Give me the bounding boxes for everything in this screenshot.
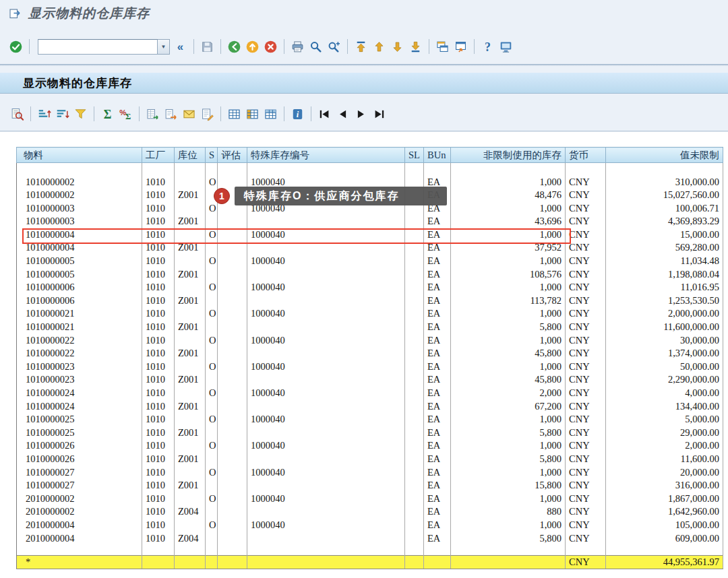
cell-plant[interactable]: 1010 <box>142 479 175 492</box>
cell-unrestricted_stock[interactable]: 48,476 <box>451 189 566 202</box>
cell-value_unrestricted[interactable]: 50,000.00 <box>606 360 723 374</box>
cell-sl[interactable] <box>405 347 424 360</box>
cell-storage_location[interactable]: Z001 <box>175 268 206 282</box>
cell-currency[interactable]: CNY <box>566 413 606 426</box>
cell-currency[interactable]: CNY <box>566 268 606 282</box>
sort-descending-icon[interactable] <box>53 106 71 123</box>
next-page-icon[interactable] <box>388 38 406 55</box>
total-cell-value_unrestricted[interactable]: 44,955,361.97 <box>606 555 723 569</box>
cell-material[interactable]: 1010000022 <box>17 347 142 360</box>
cell-storage_location[interactable] <box>175 202 206 216</box>
cell-unrestricted_stock[interactable]: 113,782 <box>451 294 566 308</box>
cell-special_stock_number[interactable]: 1000040 <box>247 439 405 453</box>
cell-unrestricted_stock[interactable]: 67,200 <box>451 400 566 414</box>
cell-special_stock_indicator[interactable] <box>206 321 218 334</box>
cell-base_unit[interactable]: EA <box>424 268 451 282</box>
cell-value_unrestricted[interactable]: 11,034.48 <box>606 255 723 268</box>
cell-plant[interactable]: 1010 <box>142 281 175 294</box>
cell-currency[interactable]: CNY <box>566 360 606 374</box>
cell-sl[interactable] <box>405 439 424 453</box>
cell-value_unrestricted[interactable]: 4,369,893.29 <box>606 215 723 228</box>
cell-special_stock_number[interactable] <box>247 373 405 387</box>
cell-sl[interactable] <box>405 373 424 387</box>
column-header-sl[interactable]: SL <box>405 148 424 163</box>
cell-value_unrestricted[interactable]: 1,374,000.00 <box>606 347 723 360</box>
cell-base_unit[interactable]: EA <box>424 294 451 308</box>
cell-storage_location[interactable] <box>175 281 206 294</box>
cell-unrestricted_stock[interactable]: 1,000 <box>451 519 566 532</box>
cell-valuation[interactable] <box>218 228 247 242</box>
nav-first-icon[interactable] <box>315 106 334 123</box>
cell-plant[interactable]: 1010 <box>142 505 175 519</box>
total-cell-sl[interactable] <box>405 555 424 569</box>
cell-unrestricted_stock[interactable]: 1,000 <box>451 413 566 426</box>
cell-currency[interactable]: CNY <box>566 176 606 189</box>
cell-valuation[interactable] <box>218 532 247 546</box>
cell-unrestricted_stock[interactable]: 2,000 <box>451 387 566 400</box>
cell-base_unit[interactable]: EA <box>424 228 451 242</box>
cell-currency[interactable]: CNY <box>566 439 606 453</box>
cell-value_unrestricted[interactable]: 310,000.00 <box>606 176 723 189</box>
cell-currency[interactable]: CNY <box>566 228 606 242</box>
cell-sl[interactable] <box>405 492 424 506</box>
cell-material[interactable]: 1010000025 <box>17 413 142 426</box>
cell-currency[interactable]: CNY <box>566 453 606 466</box>
cell-special_stock_number[interactable] <box>247 426 405 440</box>
cell-currency[interactable]: CNY <box>566 334 606 348</box>
cell-unrestricted_stock[interactable]: 1,000 <box>451 439 566 453</box>
enter-icon[interactable] <box>7 38 25 55</box>
cell-base_unit[interactable]: EA <box>424 215 451 228</box>
total-cell-currency[interactable]: CNY <box>566 555 606 569</box>
cell-material[interactable]: 2010000002 <box>17 492 142 506</box>
cell-sl[interactable] <box>405 228 424 242</box>
cell-special_stock_indicator[interactable] <box>206 453 218 466</box>
cell-base_unit[interactable]: EA <box>424 321 451 334</box>
first-page-icon[interactable] <box>352 38 370 55</box>
cell-sl[interactable] <box>405 479 424 492</box>
column-header-value_unrestricted[interactable]: 值未限制 <box>606 148 723 163</box>
cell-plant[interactable]: 1010 <box>142 426 175 440</box>
cell-storage_location[interactable] <box>175 307 206 321</box>
cell-base_unit[interactable]: EA <box>424 281 451 294</box>
cell-storage_location[interactable] <box>175 439 206 453</box>
cell-value_unrestricted[interactable]: 134,400.00 <box>606 400 723 414</box>
cell-special_stock_number[interactable] <box>247 294 405 308</box>
cell-storage_location[interactable]: Z001 <box>175 426 206 440</box>
cell-plant[interactable]: 1010 <box>142 176 175 189</box>
cell-currency[interactable]: CNY <box>566 189 606 202</box>
column-header-unrestricted_stock[interactable]: 非限制使用的库存 <box>451 148 566 163</box>
cell-special_stock_number[interactable] <box>247 189 405 202</box>
cell-plant[interactable]: 1010 <box>142 268 175 282</box>
cell-plant[interactable]: 1010 <box>142 228 175 242</box>
cell-material[interactable]: 1010000005 <box>17 268 142 282</box>
cell-valuation[interactable] <box>218 321 247 334</box>
cell-valuation[interactable] <box>218 492 247 506</box>
cell-special_stock_indicator[interactable]: O <box>206 228 218 242</box>
cell-plant[interactable]: 1010 <box>142 215 175 228</box>
total-cell-material[interactable]: * <box>17 555 142 569</box>
cell-unrestricted_stock[interactable]: 5,800 <box>451 532 566 546</box>
cell-value_unrestricted[interactable]: 5,000.00 <box>606 413 723 426</box>
total-cell-unrestricted_stock[interactable] <box>451 555 566 569</box>
cell-currency[interactable]: CNY <box>566 479 606 492</box>
cell-sl[interactable] <box>405 360 424 374</box>
cell-unrestricted_stock[interactable]: 1,000 <box>451 334 566 348</box>
cell-special_stock_number[interactable] <box>247 505 405 519</box>
cell-unrestricted_stock[interactable]: 1,000 <box>451 466 566 480</box>
cell-special_stock_number[interactable] <box>247 479 405 492</box>
cell-sl[interactable] <box>405 426 424 440</box>
cell-material[interactable]: 1010000024 <box>17 387 142 400</box>
cell-special_stock_number[interactable] <box>247 400 405 414</box>
cell-special_stock_indicator[interactable]: O <box>206 334 218 348</box>
cell-special_stock_number[interactable]: 1000040 <box>247 228 405 242</box>
cell-valuation[interactable] <box>218 505 247 519</box>
cell-valuation[interactable] <box>218 360 247 374</box>
cell-material[interactable]: 1010000027 <box>17 466 142 480</box>
cell-value_unrestricted[interactable]: 609,000.00 <box>606 532 723 546</box>
cell-material[interactable]: 1010000023 <box>17 373 142 387</box>
cell-base_unit[interactable]: EA <box>424 360 451 374</box>
cell-storage_location[interactable]: Z001 <box>175 373 206 387</box>
cell-storage_location[interactable]: Z001 <box>175 215 206 228</box>
cell-special_stock_number[interactable] <box>247 453 405 466</box>
cell-base_unit[interactable]: EA <box>424 241 451 255</box>
